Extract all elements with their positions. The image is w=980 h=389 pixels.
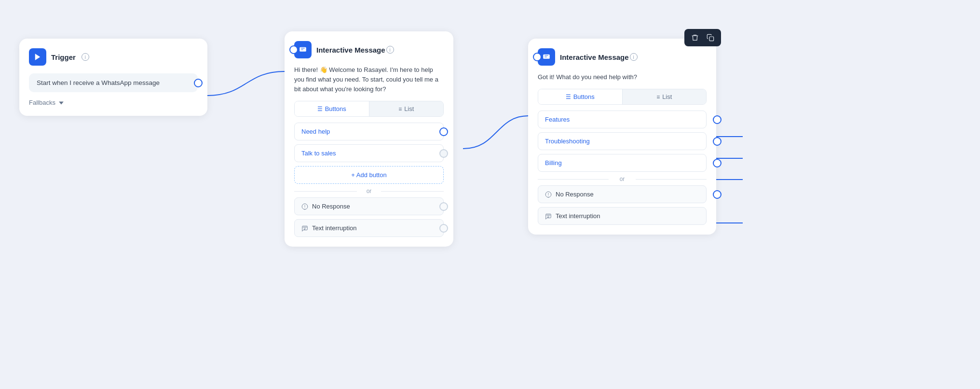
billing-connector (713, 159, 721, 167)
no-response-item-1[interactable]: No Response (294, 197, 444, 215)
text-interruption-item-1[interactable]: Text interruption (294, 219, 444, 237)
tab-buttons-1[interactable]: ☰ Buttons (295, 101, 369, 116)
svg-marker-4 (35, 54, 41, 60)
trigger-info-icon[interactable]: i (82, 53, 89, 61)
message-icon-2 (542, 53, 551, 61)
buttons-tab-icon-1: ☰ (317, 106, 323, 112)
im-card-1: Interactive Message i Hi there! 👋 Welcom… (285, 31, 453, 247)
option-need-help[interactable]: Need help (294, 123, 444, 140)
fallbacks-chevron-icon (58, 100, 64, 106)
need-help-connector (439, 127, 448, 136)
buttons-tab-icon-2: ☰ (566, 94, 571, 100)
text-interruption-item-2[interactable]: Text interruption (538, 207, 707, 225)
im-card-1-title: Interactive Message (316, 46, 385, 54)
or-text-2: or (617, 176, 628, 182)
option-features[interactable]: Features (538, 111, 707, 128)
trigger-icon (29, 48, 46, 66)
no-response-icon-1 (301, 203, 308, 210)
copy-icon (707, 34, 714, 42)
no-response-icon-2 (545, 191, 552, 198)
im-card-2-header: Interactive Message i (538, 48, 707, 66)
svg-rect-8 (543, 55, 550, 59)
im-card-1-body: Hi there! 👋 Welcome to Rasayel. I'm here… (294, 65, 444, 94)
trash-button[interactable] (688, 31, 702, 44)
trigger-card: Trigger i Start when I receive a WhatsAp… (19, 39, 207, 116)
text-interruption-connector-1 (439, 224, 448, 233)
canvas: Trigger i Start when I receive a WhatsAp… (0, 0, 980, 389)
option-billing[interactable]: Billing (538, 154, 707, 172)
list-tab-icon-1: ≡ (398, 106, 402, 112)
or-text-1: or (364, 188, 375, 194)
trigger-card-header: Trigger i (29, 48, 198, 66)
trigger-box[interactable]: Start when I receive a WhatsApp message (29, 73, 198, 92)
im-card-1-info-icon[interactable]: i (386, 46, 394, 54)
buttons-tab-label-1: Buttons (325, 105, 346, 112)
no-response-connector-1 (439, 202, 448, 211)
add-button-row[interactable]: + Add button (294, 166, 444, 184)
text-interruption-text-2: Text interruption (556, 212, 600, 220)
message-icon-1 (299, 45, 307, 54)
fallbacks-label: Fallbacks (29, 99, 55, 106)
option-need-help-text: Need help (301, 128, 330, 135)
option-features-text: Features (545, 116, 570, 123)
copy-button[interactable] (704, 31, 717, 44)
list-tab-label-2: List (662, 93, 672, 100)
no-response-text-1: No Response (312, 203, 350, 210)
svg-marker-5 (59, 101, 64, 104)
im-card-1-left-connector (289, 45, 298, 54)
trash-icon (691, 34, 699, 42)
option-troubleshooting[interactable]: Troubleshooting (538, 132, 707, 150)
buttons-tab-label-2: Buttons (573, 93, 595, 100)
or-divider-2: or (538, 176, 707, 182)
trigger-connector-dot (194, 79, 203, 87)
features-connector (713, 115, 721, 124)
im-card-1-tabs: ☰ Buttons ≡ List (294, 101, 444, 117)
tab-list-2[interactable]: ≡ List (623, 89, 707, 104)
im-card-2-body: Got it! What do you need help with? (538, 72, 707, 82)
text-interruption-icon-2 (545, 213, 552, 220)
im-card-2-tabs: ☰ Buttons ≡ List (538, 89, 707, 105)
list-tab-label-1: List (404, 105, 414, 112)
or-divider-1: or (294, 188, 444, 194)
add-button-text: + Add button (351, 171, 386, 179)
im-card-2-left-connector (533, 53, 542, 61)
troubleshooting-connector (713, 137, 721, 146)
talk-to-sales-connector (439, 149, 448, 158)
no-response-text-2: No Response (556, 191, 594, 198)
text-interruption-text-1: Text interruption (312, 224, 357, 232)
trigger-title: Trigger (51, 53, 76, 61)
no-response-item-2[interactable]: No Response (538, 185, 707, 203)
option-talk-to-sales-text: Talk to sales (301, 150, 336, 157)
tab-list-1[interactable]: ≡ List (369, 101, 444, 116)
play-icon (33, 53, 42, 61)
option-troubleshooting-text: Troubleshooting (545, 138, 590, 145)
tab-buttons-2[interactable]: ☰ Buttons (538, 89, 623, 104)
svg-rect-7 (709, 37, 714, 41)
card-2-actions (684, 29, 721, 46)
fallbacks-row[interactable]: Fallbacks (29, 99, 198, 106)
option-talk-to-sales[interactable]: Talk to sales (294, 144, 444, 162)
trigger-message-text: Start when I receive a WhatsApp message (37, 79, 160, 86)
option-billing-text: Billing (545, 159, 562, 167)
no-response-connector-2 (713, 190, 721, 199)
im-card-2-title: Interactive Message (560, 53, 629, 61)
im-card-2: Interactive Message i Got it! What do yo… (528, 39, 716, 235)
svg-rect-6 (299, 47, 306, 52)
im-card-2-info-icon[interactable]: i (630, 53, 638, 61)
text-interruption-icon-1 (301, 225, 308, 232)
list-tab-icon-2: ≡ (656, 94, 660, 100)
im-card-1-header: Interactive Message i (294, 41, 444, 58)
